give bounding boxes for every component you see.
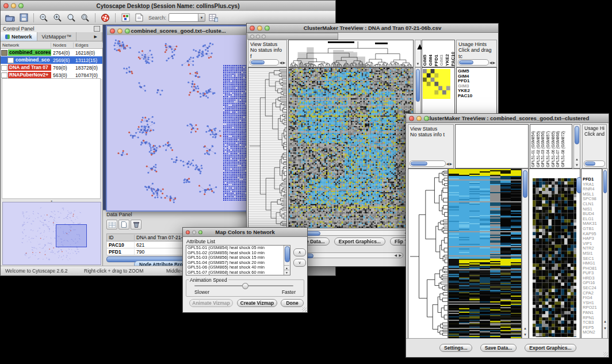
attribute-item[interactable]: GPL51-07 (GSM868) heat shock 60 min (186, 270, 290, 275)
row-dendrogram-canvas[interactable] (248, 68, 286, 228)
usage-hints-scrollbar[interactable]: ◀ ▶ (458, 59, 495, 66)
scroll-down-icon[interactable]: ▼ (415, 62, 420, 66)
animation-speed-group: Animation Speed Slower Faster (186, 279, 304, 297)
heatmap-canvas[interactable] (449, 169, 521, 338)
view-status-scrollbar[interactable]: ◀ ▶ (410, 160, 452, 167)
new-attribute-icon[interactable] (118, 220, 129, 229)
import-table-icon[interactable] (208, 12, 219, 23)
view-status-scrollbar[interactable]: ◀ ▶ (250, 59, 285, 66)
zoom-selected-icon[interactable] (79, 12, 91, 23)
tab-vizmapper[interactable]: VizMapper™ (37, 32, 77, 41)
done-button[interactable]: Done (281, 299, 304, 307)
close-icon[interactable] (250, 25, 255, 30)
column-dendrogram-panel (288, 40, 414, 67)
open-file-icon[interactable] (4, 12, 16, 23)
attribute-items: GPL51-01 (GSM854) heat shock 05 minGPL51… (186, 246, 290, 275)
slower-label: Slower (194, 289, 209, 295)
scroll-left-icon[interactable]: ◀ (280, 61, 282, 64)
zoom-fit-icon[interactable] (66, 12, 77, 23)
zoom-window-icon[interactable] (198, 230, 202, 234)
animation-speed-slider[interactable] (194, 285, 293, 286)
minimize-icon[interactable] (192, 230, 196, 234)
minimize-icon[interactable] (117, 28, 123, 33)
tab-overflow-icon[interactable]: ▶ (90, 32, 102, 41)
tab-network[interactable]: Network (1, 32, 37, 41)
minimize-icon[interactable] (257, 25, 262, 30)
delete-attribute-icon[interactable] (131, 220, 141, 229)
select-attributes-icon[interactable] (106, 220, 117, 229)
row-dendrogram-canvas[interactable] (408, 169, 447, 338)
zoom-window-icon[interactable] (18, 3, 24, 9)
zoom-window-icon[interactable] (424, 116, 429, 121)
slider-thumb[interactable] (242, 283, 248, 289)
zoom-in-icon[interactable] (52, 12, 63, 23)
minimize-icon[interactable] (11, 3, 16, 9)
scroll-right-icon[interactable]: ▶ (399, 254, 401, 257)
scroll-up-icon[interactable]: ▲ (603, 320, 607, 323)
scroll-down-icon[interactable]: ▼ (522, 333, 528, 336)
scroll-right-icon[interactable]: ▶ (492, 61, 495, 64)
close-icon[interactable] (3, 3, 9, 9)
column-labels-vscrollbar[interactable]: ▲ ▼ (573, 124, 580, 168)
vizmapper-icon[interactable] (120, 12, 131, 23)
treeview-action-button[interactable]: Settings... (439, 344, 472, 352)
network-list-row[interactable]: DNA and Tran 07 769(0) 183728(0) (1, 64, 102, 71)
treeview-action-button[interactable]: Save Data... (480, 344, 517, 352)
scroll-left-icon[interactable]: ◀ (446, 162, 449, 166)
float-panel-icon[interactable] (94, 26, 100, 32)
scroll-right-icon[interactable]: ▶ (282, 61, 285, 64)
close-icon[interactable] (409, 116, 414, 121)
network-view-titlebar: combined_scores_good.txt--cluste... (107, 26, 250, 36)
heatmap-vscrollbar[interactable]: ▲ ▼ (522, 168, 529, 339)
close-icon[interactable] (110, 28, 115, 33)
network-list-row[interactable]: combined_sco 2569(6) 13112(15) (1, 56, 102, 64)
network-canvas[interactable] (107, 35, 247, 208)
scroll-up-icon[interactable]: ▲ (415, 41, 420, 52)
main-titlebar: Cytoscape Desktop (Session Name: collins… (1, 1, 335, 12)
zoom-window-icon[interactable] (125, 28, 130, 33)
close-icon[interactable] (186, 230, 190, 234)
column-label: GIM5 (423, 55, 428, 66)
treeview2-titlebar: ClusterMaker TreeView : combined_scores_… (406, 114, 609, 123)
gene-label[interactable]: PAC10 (457, 94, 496, 99)
close-icon[interactable] (250, 35, 254, 39)
resize-grip[interactable] (603, 352, 608, 357)
zoom-window-icon[interactable] (262, 35, 266, 39)
column-dendrogram-canvas[interactable] (289, 40, 413, 67)
scroll-up-icon[interactable]: ▲ (574, 158, 580, 161)
attribute-list-vscrollbar[interactable]: ▲ ▼ (284, 246, 290, 275)
scroll-left-icon[interactable]: ◀ (489, 61, 492, 64)
zoom-out-icon[interactable] (38, 12, 49, 23)
scroll-down-icon[interactable]: ▼ (284, 270, 289, 275)
minimize-icon[interactable] (256, 35, 260, 39)
scroll-down-icon[interactable]: ▼ (574, 163, 580, 167)
usage-hints-scrollbar[interactable] (584, 160, 605, 167)
gene-list-vscrollbar[interactable]: ▲ ▼ (602, 168, 608, 339)
annotation-icon[interactable] (133, 12, 145, 23)
minimize-icon[interactable] (416, 116, 422, 121)
heatmap-canvas[interactable] (289, 68, 413, 228)
network-list-row[interactable]: combined_scores 2764(0) 16218(0) (1, 49, 102, 56)
search-input[interactable]: ▼ (169, 13, 205, 22)
window-controls[interactable] (3, 3, 24, 9)
help-lifering-icon[interactable] (100, 12, 111, 23)
search-dropdown-icon[interactable]: ▼ (198, 14, 205, 21)
treeview-action-button[interactable]: Export Graphics... (525, 344, 576, 352)
attribute-list: GPL51-01 (GSM854) heat shock 05 minGPL51… (186, 245, 290, 275)
zoom-heatmap-canvas (533, 178, 576, 337)
zoom-window-icon[interactable] (265, 25, 270, 30)
animate-vizmap-button[interactable]: Animate Vizmap (189, 299, 233, 307)
resize-grip[interactable] (302, 307, 307, 312)
scroll-down-icon[interactable]: ▼ (603, 327, 607, 330)
move-up-button[interactable]: ∧ (293, 248, 306, 256)
treeview-action-button[interactable]: Export Graphics... (334, 237, 385, 246)
column-strip-scrollbar[interactable]: ▲ ▼ (415, 40, 421, 67)
scroll-up-icon[interactable]: ▲ (522, 327, 528, 330)
scroll-right-icon[interactable]: ▶ (449, 162, 452, 166)
scroll-left-icon[interactable]: ◀ (394, 254, 397, 257)
create-vizmap-button[interactable]: Create Vizmap (237, 299, 277, 307)
overview-viewport[interactable] (56, 224, 87, 247)
move-down-button[interactable]: ∨ (293, 259, 306, 267)
save-icon[interactable] (18, 12, 29, 23)
gene-label[interactable]: MON2 (582, 330, 602, 335)
